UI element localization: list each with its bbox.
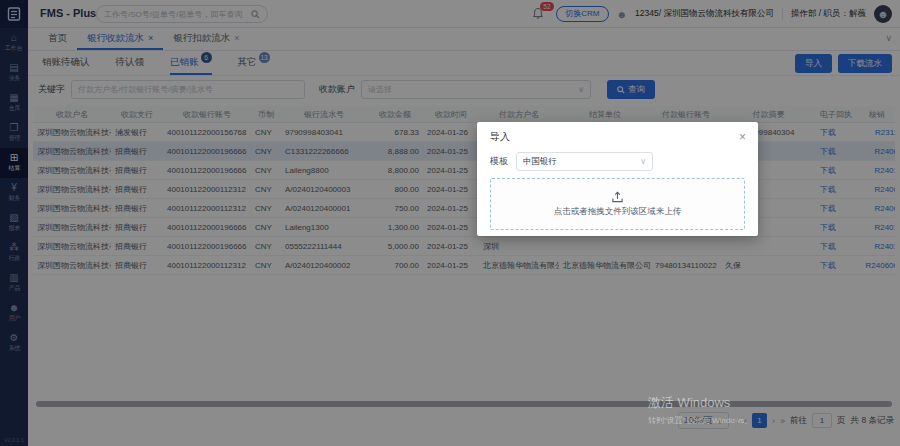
template-select[interactable]: 中国银行 ∨ — [516, 152, 653, 171]
modal-overlay[interactable] — [0, 0, 900, 446]
app-window: FMS - Plus 工作号/SO号/提单号/箱单号，回车查询 52 切换CRM… — [0, 0, 900, 446]
upload-dropzone[interactable]: 点击或者拖拽文件到该区域来上传 — [490, 178, 745, 230]
dialog-title: 导入 — [490, 130, 510, 144]
import-dialog: 导入 × 模板 中国银行 ∨ 点击或者拖拽文件到该区域来上传 — [477, 122, 758, 236]
template-select-value: 中国银行 — [523, 156, 557, 168]
chevron-down-icon: ∨ — [640, 157, 646, 166]
upload-icon — [611, 191, 624, 203]
upload-hint-text: 点击或者拖拽文件到该区域来上传 — [554, 206, 682, 218]
template-label: 模板 — [490, 155, 508, 168]
close-icon[interactable]: × — [739, 132, 746, 142]
